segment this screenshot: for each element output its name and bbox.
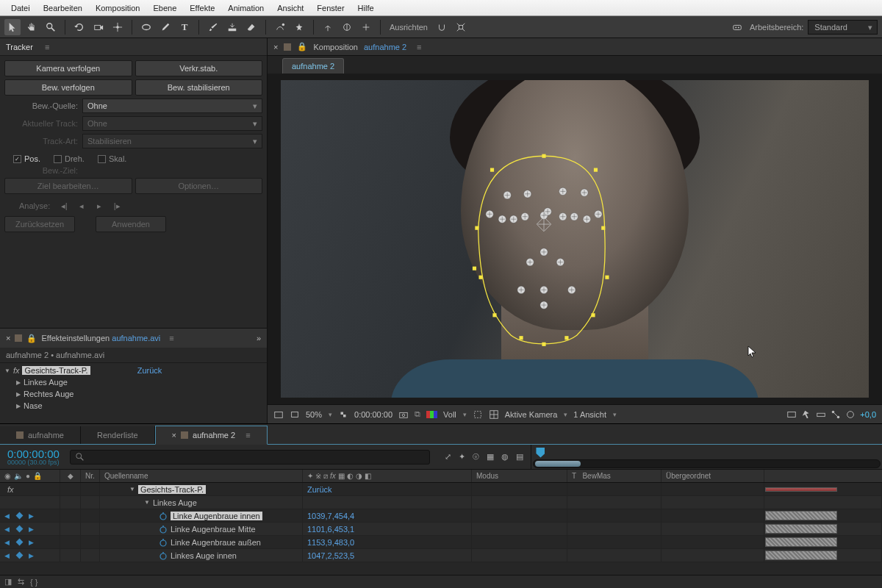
timeline-tab[interactable]: Renderliste (81, 426, 155, 444)
analyse-forward-icon[interactable]: ▸ (93, 200, 106, 212)
mask-handle-icon[interactable] (475, 226, 478, 230)
motion-source-dropdown[interactable]: Ohne (82, 98, 262, 113)
menu-item[interactable]: Effekte (183, 4, 221, 12)
lock-icon[interactable]: 🔒 (26, 334, 37, 343)
snap-icon[interactable] (434, 19, 450, 35)
menu-item[interactable]: Animation (221, 4, 270, 12)
prev-keyframe-icon[interactable]: ◀ (4, 526, 10, 533)
face-track-point[interactable] (498, 215, 506, 223)
exposure-reset-icon[interactable] (845, 409, 856, 420)
toggle-modes-icon[interactable]: ⇆ (18, 577, 24, 587)
row-name[interactable]: Linkes Auge innen (171, 551, 237, 560)
effect-controls-tab[interactable]: Effekteinstellungen aufnahme.avi (41, 334, 160, 343)
expand-icon[interactable]: ▼ (129, 486, 135, 492)
apply-button[interactable]: Anwenden (96, 216, 166, 232)
menu-item[interactable]: Hilfe (351, 4, 381, 12)
menu-item[interactable]: Bearbeiten (37, 4, 89, 12)
hand-tool-icon[interactable] (24, 19, 40, 35)
effect-reset-link[interactable]: Zurück (137, 366, 162, 375)
panel-menu-icon[interactable]: ≡ (169, 334, 173, 343)
edit-target-button[interactable]: Ziel bearbeiten… (4, 178, 132, 194)
face-track-point[interactable] (540, 301, 548, 309)
playhead-icon[interactable] (536, 448, 545, 458)
row-name[interactable]: Linke Augenbraue Mitte (171, 525, 256, 534)
toggle-switches-icon[interactable]: ◨ (4, 577, 12, 587)
switch-icon[interactable]: ✦ (307, 472, 313, 480)
roi-icon[interactable] (473, 409, 483, 420)
timeline-tab[interactable]: aufnahme (0, 426, 81, 444)
axis-local-icon[interactable] (320, 19, 336, 35)
mask-handle-icon[interactable] (473, 267, 476, 270)
face-track-point[interactable] (524, 190, 531, 198)
timeline-row[interactable]: ◀▶Linke Augenbraue außen1153,9,483,0 (0, 536, 882, 549)
menu-item[interactable]: Datei (4, 4, 37, 12)
track-motion-button[interactable]: Bew. verfolgen (4, 79, 132, 96)
position-checkbox[interactable]: ✓Pos. (13, 154, 40, 163)
axis-view-icon[interactable] (358, 19, 374, 35)
comp-flowchart-icon[interactable] (831, 409, 841, 420)
roto-tool-icon[interactable] (272, 19, 288, 35)
timeline-tab-active[interactable]: ×aufnahme 2≡ (155, 426, 268, 445)
face-track-point[interactable] (559, 187, 567, 195)
eye-column-icon[interactable]: ◉ (4, 472, 11, 480)
close-icon[interactable]: × (172, 431, 176, 440)
row-name[interactable]: Gesichts-Track-P. (138, 485, 206, 494)
camera-dropdown[interactable]: Aktive Kamera (505, 410, 568, 419)
face-track-point[interactable] (526, 258, 534, 265)
column-number[interactable]: Nr. (81, 470, 100, 482)
face-track-point[interactable] (583, 215, 590, 223)
expand-icon[interactable]: ▼ (144, 499, 150, 506)
row-name[interactable]: Linkes Auge (153, 498, 197, 507)
overflow-icon[interactable]: » (257, 334, 261, 343)
expand-icon[interactable]: ▼ (4, 368, 10, 374)
tracker-panel-tab[interactable]: Tracker (6, 43, 33, 51)
timeline-row[interactable]: ◀▶Linke Augenbraue innen1039,7,454,4 (0, 509, 882, 523)
composition-viewer[interactable] (268, 74, 882, 404)
clone-tool-icon[interactable] (224, 19, 240, 35)
next-keyframe-icon[interactable]: ▶ (29, 526, 34, 533)
prev-keyframe-icon[interactable]: ◀ (4, 552, 10, 559)
menu-item[interactable]: Komposition (89, 4, 147, 12)
property-value[interactable]: 1039,7,454,4 (307, 512, 354, 520)
resolution-dropdown[interactable]: Voll (443, 410, 467, 419)
face-track-overlay[interactable] (463, 137, 625, 365)
reset-button[interactable]: Zurücksetzen (4, 216, 75, 232)
keyframe-diamond-icon[interactable] (12, 526, 26, 531)
panel-menu-icon[interactable]: ≡ (45, 43, 49, 51)
face-track-point[interactable] (510, 215, 517, 223)
analyse-back-one-icon[interactable]: ◂| (57, 200, 71, 212)
property-value[interactable]: 1101,6,453,1 (307, 525, 354, 534)
rotation-checkbox[interactable]: Dreh. (54, 154, 85, 163)
stopwatch-icon[interactable] (159, 538, 168, 547)
guides-icon[interactable] (489, 409, 499, 420)
face-track-point[interactable] (521, 213, 528, 220)
menu-item[interactable]: Ansicht (270, 4, 310, 12)
property-value[interactable]: 1047,2,523,5 (307, 551, 354, 560)
face-track-point[interactable] (486, 210, 493, 218)
stopwatch-icon[interactable] (159, 551, 168, 560)
search-icon[interactable] (729, 19, 745, 35)
track-type-dropdown[interactable]: Stabilisieren (82, 134, 262, 148)
keyframe-bar[interactable] (765, 524, 837, 534)
shy-icon[interactable]: ⦾ (473, 452, 479, 462)
eraser-tool-icon[interactable] (243, 19, 259, 35)
prev-keyframe-icon[interactable]: ◀ (4, 512, 10, 520)
expand-icon[interactable]: ▶ (16, 379, 21, 386)
analyse-forward-one-icon[interactable]: |▸ (110, 200, 123, 212)
row-name[interactable]: Linke Augenbraue innen (171, 512, 262, 520)
mask-handle-icon[interactable] (542, 343, 545, 346)
mask-handle-icon[interactable] (542, 154, 545, 158)
close-icon[interactable]: × (6, 334, 10, 343)
exposure-value[interactable]: +0,0 (860, 410, 876, 419)
face-track-point[interactable] (544, 208, 551, 215)
mask-handle-icon[interactable] (591, 313, 595, 317)
comp-name-link[interactable]: aufnahme 2 (364, 43, 406, 51)
puppet-tool-icon[interactable] (291, 19, 307, 35)
timeline-search-input[interactable] (70, 450, 431, 465)
keyframe-diamond-icon[interactable] (12, 513, 26, 518)
effect-name[interactable]: Gesichts-Track-P. (22, 366, 90, 375)
face-track-point[interactable] (556, 258, 564, 265)
keyframe-bar[interactable] (765, 551, 837, 560)
views-dropdown[interactable]: 1 Ansicht (573, 410, 617, 419)
panel-menu-icon[interactable]: ≡ (245, 431, 250, 440)
